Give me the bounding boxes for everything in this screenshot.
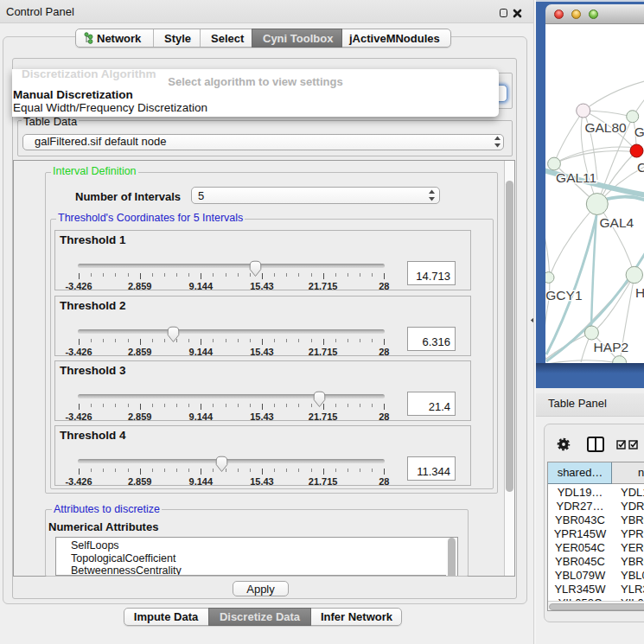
svg-text:GAL4: GAL4 [600, 215, 634, 230]
svg-text:HI: HI [635, 285, 644, 300]
svg-text:HAP2: HAP2 [594, 340, 629, 354]
svg-text:GCY1: GCY1 [545, 288, 582, 303]
svg-text:CY: CY [637, 160, 644, 175]
svg-text:GAL11: GAL11 [556, 170, 596, 185]
svg-text:GAL80: GAL80 [584, 120, 627, 135]
svg-text:GAL3: GAL3 [634, 124, 644, 139]
